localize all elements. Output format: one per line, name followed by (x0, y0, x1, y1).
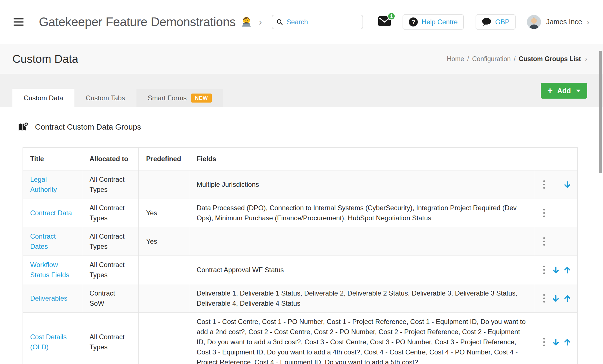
tab-custom-tabs[interactable]: Custom Tabs (74, 89, 136, 107)
predefined-cell (139, 256, 189, 284)
breadcrumb: Home/Configuration/Custom Groups List› (447, 55, 587, 63)
fields-cell: Deliverable 1, Deliverable 1 Status, Del… (189, 284, 534, 313)
allocated-to-cell: All Contract Types (82, 199, 139, 227)
add-button-label: Add (557, 87, 571, 95)
predefined-cell: Yes (139, 199, 189, 227)
group-title-link[interactable]: Cost Details (OLD) (30, 333, 67, 351)
column-header: Allocated to (82, 148, 139, 170)
row-menu-icon[interactable] (543, 337, 545, 347)
add-button[interactable]: + Add (541, 83, 587, 99)
breadcrumb-separator: / (467, 55, 469, 63)
predefined-cell (139, 313, 189, 364)
technologist-emoji-icon (240, 16, 253, 28)
page-title-bar: Custom Data Home/Configuration/Custom Gr… (0, 44, 603, 74)
question-mark-icon: ? (409, 17, 418, 26)
breadcrumb-current: Custom Groups List (519, 55, 581, 63)
fields-cell: Data Processed (DPO), Connection to Inte… (189, 199, 534, 227)
breadcrumb-separator: / (514, 55, 516, 63)
custom-data-groups-icon (17, 121, 29, 133)
action-slot-empty (551, 236, 561, 247)
row-menu-icon[interactable] (543, 294, 545, 303)
vertical-scrollbar[interactable] (599, 51, 602, 173)
table-header-row: TitleAllocated toPredefinedFields (23, 148, 578, 170)
predefined-cell (139, 284, 189, 313)
global-search (272, 15, 363, 29)
column-header: Fields (189, 148, 534, 170)
tab-label: Smart Forms (148, 94, 187, 102)
caret-down-icon (576, 90, 580, 92)
user-menu[interactable]: James Ince › (527, 15, 589, 29)
search-icon (276, 19, 283, 25)
move-down-icon[interactable] (551, 294, 560, 303)
predefined-cell: Yes (139, 227, 189, 256)
move-up-icon[interactable] (563, 294, 572, 303)
action-slot-empty (551, 208, 561, 218)
tab-smart-forms[interactable]: Smart FormsNEW (136, 89, 223, 107)
fields-cell (189, 227, 534, 256)
table-row: Workflow Status FieldsAll Contract Types… (23, 256, 578, 284)
row-actions (539, 208, 573, 218)
tab-custom-data[interactable]: Custom Data (12, 89, 74, 107)
search-input[interactable] (286, 18, 354, 26)
user-name: James Ince (546, 18, 582, 26)
help-centre-label: Help Centre (421, 18, 458, 26)
section-heading: Contract Custom Data Groups (35, 123, 141, 132)
move-down-icon[interactable] (563, 180, 572, 189)
help-centre-button[interactable]: ? Help Centre (403, 14, 464, 30)
row-actions (539, 337, 573, 347)
custom-groups-table: TitleAllocated toPredefinedFields Legal … (23, 147, 578, 364)
tab-label: Custom Tabs (86, 94, 125, 102)
row-menu-icon[interactable] (543, 265, 545, 275)
plus-icon: + (547, 86, 553, 95)
tab-label: Custom Data (24, 94, 63, 102)
breadcrumb-link[interactable]: Home (447, 55, 464, 63)
avatar (527, 15, 541, 29)
fields-cell: Cost 1 - Cost Centre, Cost 1 - PO Number… (189, 313, 534, 364)
fields-cell: Multiple Jurisdictions (189, 170, 534, 199)
table-body: Legal AuthorityAll Contract TypesMultipl… (23, 170, 578, 364)
action-slot-empty (562, 236, 573, 247)
app-title-text: Gatekeeper Feature Demonstrations (39, 15, 236, 29)
row-menu-icon[interactable] (543, 237, 545, 246)
row-actions (539, 293, 573, 304)
table-row: Contract DataAll Contract TypesYesData P… (23, 199, 578, 227)
row-menu-icon[interactable] (543, 180, 545, 189)
allocated-to-cell: All Contract Types (82, 256, 139, 284)
action-slot-empty (562, 208, 573, 218)
user-chevron-icon: › (587, 17, 589, 27)
row-actions (539, 265, 573, 275)
move-up-icon[interactable] (563, 266, 572, 274)
breadcrumb-link[interactable]: Configuration (472, 55, 511, 63)
page-title: Custom Data (12, 53, 78, 65)
table-row: Contract DatesAll Contract TypesYes (23, 227, 578, 256)
group-title-link[interactable]: Workflow Status Fields (30, 261, 69, 279)
table-row: Legal AuthorityAll Contract TypesMultipl… (23, 170, 578, 199)
column-header: Predefined (139, 148, 189, 170)
move-up-icon[interactable] (563, 338, 572, 347)
speech-bubble-icon (482, 18, 491, 26)
group-title-link[interactable]: Contract Dates (30, 232, 56, 250)
title-chevron-icon[interactable]: › (259, 16, 262, 27)
content-card: Contract Custom Data Groups TitleAllocat… (0, 107, 603, 364)
group-title-link[interactable]: Contract Data (30, 209, 72, 217)
currency-label: GBP (495, 18, 509, 26)
tabs: Custom DataCustom TabsSmart FormsNEW (12, 89, 223, 107)
group-title-link[interactable]: Legal Authority (30, 176, 57, 193)
move-down-icon[interactable] (551, 266, 560, 274)
new-badge: NEW (191, 94, 211, 103)
action-slot-empty (551, 179, 561, 190)
group-title-link[interactable]: Deliverables (30, 294, 67, 302)
table-row: DeliverablesContract SoWDeliverable 1, D… (23, 284, 578, 313)
currency-button[interactable]: GBP (476, 14, 516, 30)
move-down-icon[interactable] (551, 338, 560, 347)
allocated-to-cell: All Contract Types (82, 227, 139, 256)
hamburger-menu-icon[interactable] (14, 18, 24, 26)
app-title: Gatekeeper Feature Demonstrations (39, 15, 253, 29)
tab-band: Custom DataCustom TabsSmart FormsNEW + A… (0, 74, 603, 107)
messages-button[interactable]: 1 (378, 16, 391, 27)
row-menu-icon[interactable] (543, 208, 545, 218)
top-bar: Gatekeeper Feature Demonstrations › (0, 0, 603, 44)
column-header: Title (23, 148, 82, 170)
breadcrumb-chevron-icon: › (585, 55, 587, 63)
table-row: Cost Details (OLD)All Contract TypesCost… (23, 313, 578, 364)
